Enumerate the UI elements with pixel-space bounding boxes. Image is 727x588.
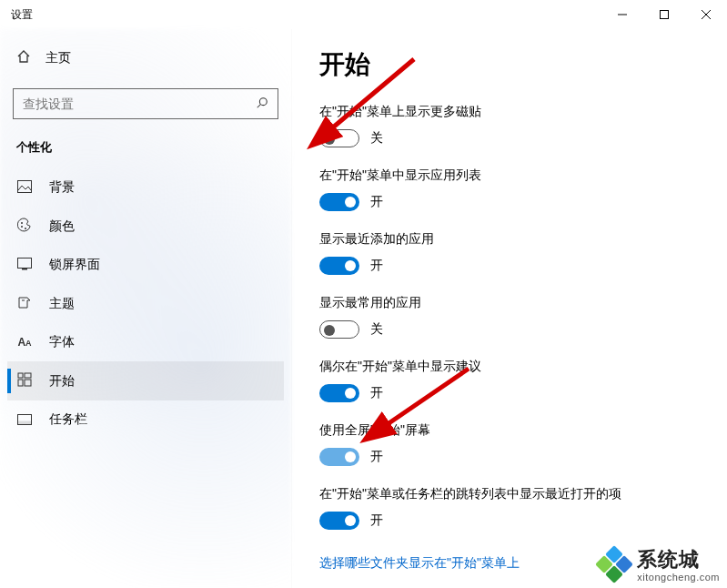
toggle-state-label: 开 (370, 512, 383, 529)
toggle-switch[interactable] (319, 257, 359, 275)
svg-rect-17 (18, 421, 32, 425)
sidebar-item-background[interactable]: 背景 (7, 168, 284, 207)
content-pane: 开始 在"开始"菜单上显示更多磁贴关在"开始"菜单中显示应用列表开显示最近添加的… (291, 29, 727, 588)
close-button[interactable] (685, 0, 727, 29)
font-icon: AA (16, 336, 33, 349)
sidebar: 主页 个性化 背景 颜色 锁屏界面 (0, 29, 291, 588)
watermark: 系统城 xitongcheng.com (599, 546, 720, 583)
search-box[interactable] (13, 88, 278, 119)
toggle-knob (345, 260, 356, 271)
toggle-row: 开 (319, 384, 709, 402)
toggle-state-label: 开 (370, 449, 383, 465)
search-input[interactable] (23, 96, 256, 111)
svg-point-4 (259, 97, 267, 105)
window-body: 主页 个性化 背景 颜色 锁屏界面 (0, 29, 727, 588)
setting-item: 偶尔在"开始"菜单中显示建议开 (319, 359, 709, 402)
svg-rect-13 (25, 373, 31, 378)
toggle-knob (345, 197, 356, 208)
svg-rect-12 (18, 373, 23, 378)
watermark-logo-icon (599, 549, 630, 580)
sidebar-nav: 背景 颜色 锁屏界面 主题 AA 字体 (7, 168, 284, 439)
setting-label: 显示最近添加的应用 (319, 231, 709, 248)
sidebar-item-lockscreen[interactable]: 锁屏界面 (7, 246, 284, 284)
toggle-state-label: 开 (370, 385, 383, 401)
home-icon (16, 49, 31, 66)
sidebar-item-start[interactable]: 开始 (7, 361, 284, 400)
home-link[interactable]: 主页 (7, 42, 284, 74)
watermark-url: xitongcheng.com (637, 572, 720, 583)
sidebar-section-title: 个性化 (7, 136, 284, 168)
lockscreen-icon (16, 258, 33, 273)
sidebar-item-label: 锁屏界面 (49, 257, 100, 273)
toggle-switch[interactable] (319, 448, 359, 466)
toggle-switch[interactable] (319, 320, 359, 339)
toggle-row: 关 (319, 129, 709, 147)
sidebar-item-label: 颜色 (49, 218, 75, 235)
setting-label: 显示最常用的应用 (319, 295, 709, 311)
toggle-switch[interactable] (319, 193, 359, 211)
setting-item: 在"开始"菜单上显示更多磁贴关 (319, 104, 709, 147)
svg-point-8 (21, 226, 23, 228)
window-title: 设置 (11, 7, 33, 23)
toggle-knob (345, 388, 356, 399)
setting-item: 在"开始"菜单或任务栏的跳转列表中显示最近打开的项开 (319, 486, 709, 530)
setting-item: 显示最近添加的应用开 (319, 231, 709, 275)
palette-icon (16, 218, 33, 235)
toggle-row: 关 (319, 320, 709, 339)
svg-rect-1 (661, 11, 669, 19)
svg-rect-6 (18, 180, 32, 192)
window-controls (601, 0, 727, 29)
search-icon (256, 96, 268, 112)
sidebar-item-fonts[interactable]: AA 字体 (7, 323, 284, 361)
toggle-row: 开 (319, 193, 709, 211)
taskbar-icon (16, 412, 33, 428)
toggle-knob (345, 515, 356, 526)
svg-point-7 (21, 222, 23, 224)
toggle-knob (324, 134, 335, 145)
toggle-row: 开 (319, 448, 709, 466)
start-icon (16, 372, 33, 390)
home-label: 主页 (45, 50, 71, 66)
setting-label: 在"开始"菜单上显示更多磁贴 (319, 104, 709, 120)
theme-icon (16, 295, 33, 312)
sidebar-item-label: 字体 (49, 334, 75, 350)
choose-folders-link[interactable]: 选择哪些文件夹显示在"开始"菜单上 (319, 555, 520, 572)
svg-rect-10 (18, 258, 32, 268)
sidebar-item-taskbar[interactable]: 任务栏 (7, 400, 284, 439)
setting-label: 在"开始"菜单中显示应用列表 (319, 167, 709, 184)
close-icon (702, 10, 711, 19)
toggle-state-label: 开 (370, 194, 383, 210)
picture-icon (16, 180, 33, 196)
maximize-icon (660, 10, 669, 19)
setting-label: 偶尔在"开始"菜单中显示建议 (319, 359, 709, 375)
setting-item: 显示最常用的应用关 (319, 295, 709, 339)
page-title: 开始 (319, 47, 709, 82)
settings-list: 在"开始"菜单上显示更多磁贴关在"开始"菜单中显示应用列表开显示最近添加的应用开… (319, 104, 709, 530)
sidebar-item-themes[interactable]: 主题 (7, 284, 284, 323)
svg-rect-14 (18, 380, 23, 386)
maximize-button[interactable] (643, 0, 685, 29)
toggle-knob (345, 451, 356, 462)
minimize-icon (618, 10, 627, 19)
sidebar-item-label: 背景 (49, 179, 75, 196)
setting-label: 使用全屏"开始"屏幕 (319, 422, 709, 439)
svg-point-9 (25, 228, 26, 229)
svg-rect-11 (22, 269, 27, 270)
setting-item: 在"开始"菜单中显示应用列表开 (319, 167, 709, 211)
toggle-row: 开 (319, 512, 709, 530)
toggle-switch[interactable] (319, 512, 359, 530)
settings-window: 设置 主页 (0, 0, 727, 588)
toggle-state-label: 关 (370, 130, 383, 147)
sidebar-item-colors[interactable]: 颜色 (7, 207, 284, 246)
svg-rect-15 (25, 380, 31, 386)
toggle-switch[interactable] (319, 384, 359, 402)
watermark-text: 系统城 (637, 546, 720, 573)
minimize-button[interactable] (601, 0, 643, 29)
sidebar-item-label: 主题 (49, 296, 75, 312)
toggle-state-label: 关 (370, 321, 383, 338)
toggle-state-label: 开 (370, 258, 383, 274)
titlebar: 设置 (0, 0, 727, 29)
toggle-switch[interactable] (319, 129, 359, 147)
toggle-row: 开 (319, 257, 709, 275)
svg-line-5 (257, 104, 261, 107)
